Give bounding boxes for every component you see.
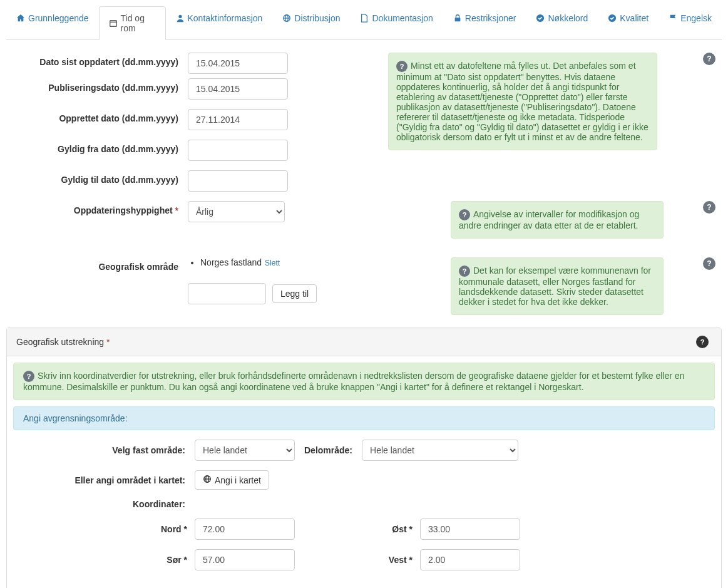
- help-dates: ?Minst ett av datofeltene må fylles ut. …: [388, 53, 657, 150]
- tab-label: Distribusjon: [294, 13, 340, 23]
- label-delomrade: Delområde:: [304, 445, 352, 455]
- check-circle-icon: [608, 14, 617, 23]
- help-toggle-icon[interactable]: ?: [703, 53, 715, 65]
- label-opprettet-dato: Opprettet dato (dd.mm.yyyy): [13, 109, 188, 123]
- svg-point-2: [178, 15, 182, 18]
- input-dato-sist-oppdatert[interactable]: [188, 53, 288, 74]
- label-sor: Sør *: [19, 555, 195, 565]
- tab-label: Kvalitet: [620, 13, 649, 23]
- lock-icon: [453, 14, 462, 23]
- document-icon: [360, 14, 369, 23]
- add-geo-area-button[interactable]: Legg til: [272, 284, 317, 303]
- label-eller-angi: Eller angi området i kartet:: [19, 475, 195, 485]
- tab-engelsk[interactable]: Engelsk: [659, 6, 722, 30]
- tab-label: Nøkkelord: [548, 13, 588, 23]
- flag-icon: [669, 14, 677, 23]
- tab-label: Grunnleggende: [28, 13, 89, 23]
- label-gyldig-fra: Gyldig fra dato (dd.mm.yyyy): [13, 140, 188, 154]
- question-icon: ?: [459, 209, 470, 220]
- input-nord[interactable]: [195, 518, 295, 540]
- question-icon: ?: [459, 266, 470, 277]
- label-vest: Vest *: [370, 555, 420, 565]
- tab-tid-og-rom[interactable]: Tid og rom: [99, 6, 166, 40]
- question-icon: ?: [23, 371, 34, 382]
- select-fast-omrade[interactable]: Hele landet: [195, 440, 295, 461]
- input-geo-area[interactable]: [188, 283, 266, 304]
- input-gyldig-fra[interactable]: [188, 140, 288, 161]
- tab-kontaktinformasjon[interactable]: Kontaktinformasjon: [166, 6, 273, 30]
- delete-geo-area-link[interactable]: Slett: [265, 259, 280, 267]
- help-text: Skriv inn koordinatverdier for utstrekni…: [23, 371, 684, 392]
- label-gyldig-til: Gyldig til dato (dd.mm.yyyy): [13, 170, 188, 185]
- panel-title: Geografisk utstrekning: [16, 337, 104, 347]
- input-gyldig-til[interactable]: [188, 170, 288, 192]
- help-toggle-icon[interactable]: ?: [696, 336, 709, 348]
- map-define-button[interactable]: Angi i kartet: [195, 470, 269, 490]
- help-extent: ?Skriv inn koordinatverdier for utstrekn…: [13, 363, 715, 400]
- help-toggle-icon[interactable]: ?: [703, 201, 715, 214]
- select-delomrade[interactable]: Hele landet: [362, 440, 518, 461]
- label-velg-fast-omrade: Velg fast område:: [19, 445, 195, 455]
- label-geografisk-omrade: Geografisk område: [13, 257, 188, 272]
- help-text: Det kan for eksempel være kommunenavn fo…: [459, 266, 651, 307]
- help-text: Minst ett av datofeltene må fylles ut. D…: [396, 61, 649, 142]
- help-frequency: ?Angivelse av intervaller for modifikasj…: [451, 201, 664, 239]
- help-toggle-icon[interactable]: ?: [703, 257, 715, 270]
- home-icon: [16, 14, 25, 23]
- svg-rect-0: [110, 21, 116, 27]
- question-icon: ?: [396, 61, 408, 72]
- geo-area-list: Norges fastlandSlett: [188, 257, 280, 267]
- input-sor[interactable]: [195, 549, 295, 570]
- panel-heading: Geografisk utstrekning * ?: [7, 328, 721, 356]
- globe-icon: [282, 14, 291, 23]
- tab-restriksjoner[interactable]: Restriksjoner: [443, 6, 526, 30]
- help-geo: ?Det kan for eksempel være kommunenavn f…: [451, 257, 664, 315]
- help-text: Angivelse av intervaller for modifikasjo…: [459, 209, 639, 230]
- calendar-icon: [109, 19, 118, 28]
- tab-grunnleggende[interactable]: Grunnleggende: [6, 6, 99, 30]
- tab-dokumentasjon[interactable]: Dokumentasjon: [350, 6, 443, 30]
- input-ost[interactable]: [420, 518, 520, 540]
- button-label: Angi i kartet: [215, 475, 261, 485]
- tab-nokkelord[interactable]: Nøkkelord: [526, 6, 598, 30]
- label-koordinater: Koordinater:: [19, 499, 195, 509]
- geo-area-item: Norges fastlandSlett: [200, 257, 280, 267]
- tab-kvalitet[interactable]: Kvalitet: [598, 6, 659, 30]
- label-nord: Nord *: [19, 524, 195, 534]
- input-publiseringsdato[interactable]: [188, 78, 288, 100]
- tab-label: Engelsk: [680, 13, 712, 23]
- label-oppdateringshyppighet: Oppdateringshyppighet *: [13, 201, 188, 215]
- svg-rect-6: [454, 18, 460, 21]
- select-oppdateringshyppighet[interactable]: Årlig: [188, 201, 285, 222]
- user-icon: [176, 14, 185, 23]
- label-dato-sist-oppdatert: Dato sist oppdatert (dd.mm.yyyy): [13, 53, 188, 67]
- tab-distribusjon[interactable]: Distribusjon: [272, 6, 350, 30]
- check-circle-icon: [536, 14, 545, 23]
- tab-label: Dokumentasjon: [372, 13, 433, 23]
- main-tabs: Grunnleggende Tid og rom Kontaktinformas…: [6, 6, 722, 40]
- panel-geographic-extent: Geografisk utstrekning * ? ?Skriv inn ko…: [6, 328, 722, 588]
- tab-label: Restriksjoner: [465, 13, 516, 23]
- label-ost: Øst *: [370, 524, 420, 534]
- sub-heading-avgrensning: Angi avgrensningsområde:: [13, 406, 715, 430]
- input-vest[interactable]: [420, 549, 520, 570]
- globe-icon: [203, 475, 212, 485]
- tab-label: Tid og rom: [121, 13, 156, 33]
- tab-label: Kontaktinformasjon: [188, 13, 263, 23]
- input-opprettet-dato[interactable]: [188, 109, 288, 130]
- label-publiseringsdato: Publiseringsdato (dd.mm.yyyy): [13, 78, 188, 93]
